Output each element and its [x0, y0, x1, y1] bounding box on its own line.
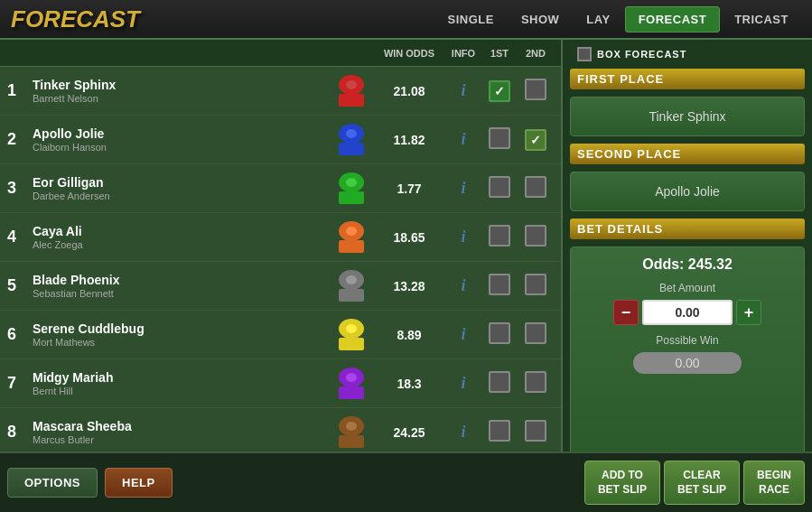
- 2nd-checkbox[interactable]: [525, 420, 546, 442]
- 1st-checkbox[interactable]: [489, 127, 510, 149]
- second-place-select[interactable]: ✓: [518, 129, 554, 151]
- silk-icon: [335, 368, 368, 400]
- second-place-select[interactable]: [518, 176, 554, 201]
- clear-line1: CLEAR: [683, 469, 720, 481]
- first-place-select[interactable]: [481, 225, 518, 250]
- table-row[interactable]: 5 Blade Phoenix Sebastian Bennett 13.28 …: [0, 262, 561, 311]
- table-row[interactable]: 8 Mascara Sheeba Marcus Butler 24.25 i: [0, 408, 561, 457]
- 2nd-checkbox[interactable]: [525, 322, 546, 344]
- first-place-select[interactable]: [481, 420, 518, 445]
- first-place-select[interactable]: [481, 322, 518, 348]
- tab-lay[interactable]: LAY: [574, 6, 622, 33]
- page-title: FORECAST: [11, 5, 434, 33]
- bet-amount-row: − +: [580, 300, 795, 325]
- 2nd-checkbox[interactable]: [525, 371, 546, 393]
- info-button[interactable]: i: [445, 325, 481, 344]
- info-button[interactable]: i: [445, 81, 481, 100]
- svg-rect-1: [339, 94, 364, 107]
- options-button[interactable]: OPTIONS: [7, 468, 98, 498]
- info-button[interactable]: i: [445, 179, 481, 198]
- win-odds: 18.3: [373, 377, 445, 391]
- 1st-checkbox[interactable]: [489, 322, 510, 344]
- add-to-bet-slip-button[interactable]: ADD TO BET SLIP: [584, 461, 660, 505]
- 1st-checkbox[interactable]: [489, 274, 510, 295]
- 2nd-checkbox[interactable]: [525, 176, 546, 198]
- win-odds: 11.82: [373, 133, 445, 147]
- table-row[interactable]: 1 Tinker Sphinx Barnett Nelson 21.08 i ✓: [0, 67, 561, 116]
- bet-plus-button[interactable]: +: [736, 300, 761, 325]
- jockey-name: Alec Zoega: [33, 239, 335, 250]
- info-button[interactable]: i: [445, 276, 481, 295]
- second-place-select[interactable]: [518, 274, 554, 299]
- info-icon: i: [461, 179, 465, 197]
- 1st-checkbox[interactable]: [489, 225, 510, 247]
- jockey-name: Mort Mathews: [33, 337, 335, 348]
- 2nd-checkbox[interactable]: [525, 79, 546, 100]
- svg-rect-19: [339, 386, 364, 399]
- info-icon: i: [461, 228, 465, 246]
- bet-amount-label: Bet Amount: [580, 282, 795, 294]
- second-place-select[interactable]: [518, 371, 554, 396]
- second-place-select[interactable]: [518, 225, 554, 250]
- tab-single[interactable]: SINGLE: [434, 6, 506, 33]
- tab-forecast[interactable]: FORECAST: [625, 6, 721, 33]
- second-place-select[interactable]: [518, 322, 554, 348]
- right-panel: BOX FORECAST FIRST PLACE Tinker Sphinx S…: [563, 40, 812, 473]
- first-place-select[interactable]: [481, 274, 518, 299]
- main-content: WIN ODDS INFO 1ST 2ND 1 Tinker Sphinx Ba…: [0, 40, 812, 473]
- silk-icon: [335, 75, 368, 107]
- first-place-select[interactable]: [481, 371, 518, 396]
- win-odds: 1.77: [373, 182, 445, 196]
- svg-rect-4: [339, 143, 364, 155]
- first-place-select[interactable]: [481, 127, 518, 153]
- clear-bet-slip-button[interactable]: CLEAR BET SLIP: [664, 461, 740, 505]
- first-place-select[interactable]: [481, 176, 518, 201]
- win-odds: 13.28: [373, 279, 445, 293]
- horse-name: Blade Phoenix: [33, 273, 335, 287]
- info-button[interactable]: i: [445, 130, 481, 149]
- horse-number: 8: [7, 423, 33, 442]
- bet-minus-button[interactable]: −: [613, 300, 639, 325]
- begin-line1: BEGIN: [757, 469, 791, 481]
- svg-point-14: [346, 275, 357, 284]
- silk-icon: [335, 172, 368, 205]
- 1st-checkbox[interactable]: [489, 176, 510, 198]
- second-place-value: Apollo Jolie: [655, 184, 720, 199]
- 2nd-checkbox[interactable]: ✓: [525, 129, 546, 151]
- win-odds: 8.89: [373, 328, 445, 342]
- col-win-odds-header: WIN ODDS: [373, 48, 445, 59]
- table-row[interactable]: 7 Midgy Mariah Bernt Hill 18.3 i: [0, 359, 561, 408]
- horse-name: Eor Gilligan: [33, 175, 335, 190]
- help-button[interactable]: HELP: [105, 468, 173, 498]
- bet-amount-input[interactable]: [642, 300, 733, 325]
- table-row[interactable]: 2 Apollo Jolie Claiborn Hanson 11.82 i ✓: [0, 116, 561, 164]
- 2nd-checkbox[interactable]: [525, 274, 546, 295]
- svg-rect-16: [339, 338, 364, 350]
- 1st-checkbox[interactable]: [489, 420, 510, 442]
- svg-rect-13: [339, 289, 364, 302]
- 1st-checkbox[interactable]: [489, 371, 510, 393]
- begin-race-button[interactable]: BEGIN RACE: [743, 461, 805, 505]
- table-row[interactable]: 6 Serene Cuddlebug Mort Mathews 8.89 i: [0, 311, 561, 359]
- horse-number: 6: [7, 325, 33, 344]
- info-icon: i: [461, 81, 465, 99]
- table-row[interactable]: 4 Caya Ali Alec Zoega 18.65 i: [0, 213, 561, 262]
- info-button[interactable]: i: [445, 423, 481, 442]
- horse-name: Tinker Sphinx: [33, 78, 335, 92]
- tab-show[interactable]: SHOW: [509, 6, 572, 33]
- horse-number: 7: [7, 374, 33, 393]
- info-button[interactable]: i: [445, 228, 481, 247]
- bet-details-label: BET DETAILS: [570, 219, 805, 239]
- tab-tricast[interactable]: TRICAST: [722, 6, 801, 33]
- svg-point-17: [346, 324, 357, 333]
- horse-name: Caya Ali: [33, 224, 335, 238]
- 1st-checkbox[interactable]: ✓: [489, 80, 510, 102]
- second-place-select[interactable]: [518, 420, 554, 445]
- info-button[interactable]: i: [445, 374, 481, 393]
- 2nd-checkbox[interactable]: [525, 225, 546, 247]
- box-forecast-checkbox[interactable]: [577, 47, 592, 61]
- second-place-select[interactable]: [518, 79, 554, 104]
- svg-point-5: [346, 129, 357, 138]
- first-place-select[interactable]: ✓: [481, 80, 518, 102]
- table-row[interactable]: 3 Eor Gilligan Darbee Andersen 1.77 i: [0, 164, 561, 213]
